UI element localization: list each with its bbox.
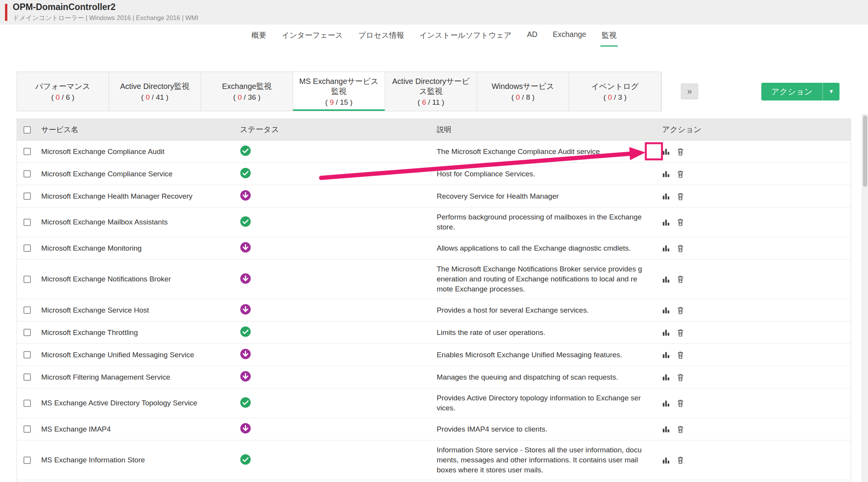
trash-icon[interactable] — [677, 399, 684, 407]
header-accent-bar — [5, 4, 7, 21]
trash-icon[interactable] — [677, 328, 684, 337]
row-checkbox[interactable] — [23, 276, 31, 283]
trash-icon[interactable] — [677, 192, 684, 201]
nav-tab[interactable]: プロセス情報 — [357, 30, 406, 47]
status-up-icon — [240, 326, 251, 337]
scrollbar-thumb[interactable] — [863, 115, 867, 187]
table-row: MS Exchange Information Store Informatio — [17, 440, 851, 480]
row-checkbox[interactable] — [23, 219, 31, 226]
trash-icon[interactable] — [677, 218, 684, 226]
chart-icon[interactable] — [662, 456, 670, 464]
row-cell-checkbox — [17, 170, 41, 177]
monitor-tab-label: イベントログ — [592, 81, 639, 91]
table-row: Microsoft Exchange Health Manager Recove… — [17, 185, 851, 208]
column-header-action: アクション — [653, 124, 851, 135]
row-checkbox[interactable] — [23, 148, 31, 155]
service-name: Microsoft Exchange Unified Messaging Ser… — [41, 351, 238, 359]
row-checkbox[interactable] — [23, 400, 31, 407]
nav-tab[interactable]: インターフェース — [281, 30, 344, 47]
row-cell-status — [238, 423, 437, 435]
row-checkbox[interactable] — [23, 457, 31, 464]
more-tabs-button[interactable]: » — [681, 84, 698, 99]
service-description: Recovery Service for Health Manager — [437, 191, 653, 201]
monitor-tab[interactable]: Active Directoryサービス監視 ( 6 / 11 ) — [385, 72, 477, 111]
chart-icon[interactable] — [662, 218, 670, 226]
monitor-tab[interactable]: イベントログ ( 0 / 3 ) — [569, 72, 661, 111]
service-description: Allows applications to call the Exchange… — [437, 243, 653, 253]
status-icon — [240, 348, 251, 360]
chart-icon[interactable] — [662, 244, 670, 252]
service-name: MS Exchange IMAP4 — [41, 425, 238, 433]
chart-icon[interactable] — [662, 306, 670, 314]
row-checkbox[interactable] — [23, 170, 31, 177]
service-description: Host for Compliance Services. — [437, 169, 653, 179]
chart-icon[interactable] — [662, 351, 670, 359]
trash-icon[interactable] — [677, 275, 684, 283]
chart-icon[interactable] — [662, 147, 670, 156]
nav-tab[interactable]: AD — [526, 30, 538, 47]
row-cell-status — [238, 216, 437, 229]
status-icon — [240, 397, 251, 408]
service-name: Microsoft Exchange Throttling — [41, 328, 238, 337]
monitor-tab[interactable]: Windowsサービス ( 0 / 8 ) — [477, 72, 569, 111]
status-icon — [240, 454, 251, 465]
trash-icon[interactable] — [677, 425, 684, 433]
row-actions — [653, 306, 851, 315]
monitor-tab[interactable]: Exchange監視 ( 0 / 36 ) — [201, 72, 293, 111]
monitor-tab[interactable]: Active Directory監視 ( 0 / 41 ) — [109, 72, 201, 111]
table-row: Microsoft Exchange Notifications Broker — [17, 259, 851, 299]
chart-icon[interactable] — [662, 275, 670, 283]
row-checkbox[interactable] — [23, 192, 31, 200]
trash-icon[interactable] — [677, 456, 684, 464]
services-table: サービス名 ステータス 説明 アクション Microsoft Exchange … — [17, 119, 851, 482]
row-checkbox[interactable] — [23, 425, 31, 433]
monitor-tab[interactable]: MS Exchangeサービス監視 ( 9 / 15 ) — [293, 72, 385, 111]
status-icon — [240, 326, 251, 337]
row-cell-checkbox — [17, 244, 41, 252]
row-cell-checkbox — [17, 275, 41, 283]
action-dropdown-caret[interactable]: ▾ — [823, 83, 840, 100]
trash-icon[interactable] — [677, 147, 684, 156]
status-up-icon — [240, 216, 251, 227]
status-icon — [240, 190, 251, 201]
table-row: Microsoft Exchange Mailbox Assistants Pe — [17, 208, 851, 237]
trash-icon[interactable] — [677, 351, 684, 359]
trash-icon[interactable] — [677, 244, 684, 253]
trash-icon[interactable] — [677, 306, 684, 315]
row-cell-status — [238, 304, 437, 316]
nav-tab[interactable]: Exchange — [551, 30, 587, 47]
row-cell-status — [238, 397, 437, 410]
row-checkbox[interactable] — [23, 306, 31, 314]
service-description: Limits the rate of user operations. — [437, 328, 653, 338]
nav-tab[interactable]: 概要 — [250, 30, 268, 47]
nav-tab[interactable]: インストールソフトウェア — [418, 30, 513, 47]
chart-icon[interactable] — [662, 425, 670, 433]
row-actions — [653, 351, 851, 359]
status-down-icon — [240, 348, 251, 360]
row-checkbox[interactable] — [23, 244, 31, 252]
chart-icon[interactable] — [662, 399, 670, 407]
row-checkbox[interactable] — [23, 351, 31, 358]
chart-icon[interactable] — [662, 170, 670, 178]
trash-icon[interactable] — [677, 170, 684, 178]
status-icon — [240, 273, 251, 284]
monitor-tab-count-total: 11 — [432, 98, 440, 106]
row-checkbox[interactable] — [23, 329, 31, 336]
row-cell-checkbox — [17, 351, 41, 358]
trash-icon[interactable] — [677, 373, 684, 382]
monitor-tab[interactable]: パフォーマンス ( 0 / 6 ) — [17, 72, 109, 111]
chart-icon[interactable] — [662, 328, 670, 336]
chart-icon[interactable] — [662, 192, 670, 200]
status-icon — [240, 145, 251, 156]
status-down-icon — [240, 371, 251, 382]
row-actions — [653, 328, 851, 337]
monitor-tab-label: Active Directoryサービス監視 — [390, 76, 472, 96]
action-button[interactable]: アクション ▾ — [761, 83, 840, 100]
row-cell-checkbox — [17, 399, 41, 407]
nav-tab[interactable]: 監視 — [600, 30, 618, 47]
chart-icon[interactable] — [662, 373, 670, 381]
select-all-checkbox[interactable] — [23, 126, 31, 134]
row-checkbox[interactable] — [23, 373, 31, 381]
table-row: MS Exchange Active Directory Topology Se… — [17, 388, 851, 418]
row-cell-checkbox — [17, 456, 41, 464]
